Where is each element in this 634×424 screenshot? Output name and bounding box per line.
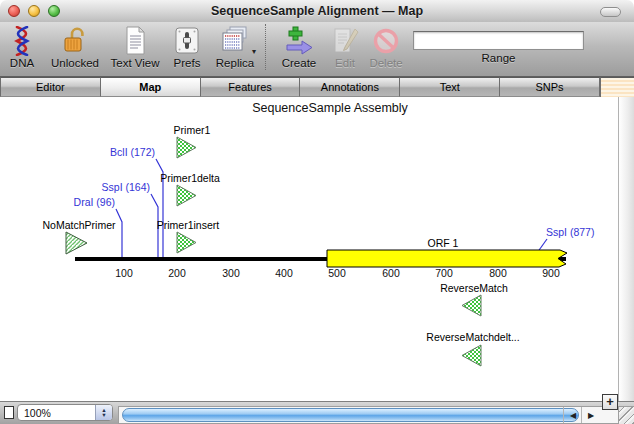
create-label: Create [282, 57, 317, 69]
unlocked-label: Unlocked [51, 57, 99, 69]
prefs-button[interactable]: Prefs [164, 22, 210, 74]
site-label-drai-96[interactable]: DraI (96) [74, 196, 115, 208]
replica-dropdown-arrow-icon[interactable]: ▾ [252, 48, 256, 56]
tick-800: 800 [489, 267, 507, 279]
tab-annotations[interactable]: Annotations [300, 77, 400, 97]
text-view-button[interactable]: Text View [106, 22, 164, 74]
edit-button: Edit [327, 22, 363, 74]
prefs-label: Prefs [174, 57, 201, 69]
range-group: Range [413, 22, 584, 64]
unlocked-padlock-icon [60, 25, 90, 56]
title-bar[interactable]: SequenceSample Alignment — Map [0, 0, 634, 22]
edit-label: Edit [335, 57, 355, 69]
feature-primer1insert-label: Primer1insert [157, 219, 220, 231]
edit-icon [330, 25, 360, 56]
delete-label: Delete [369, 57, 402, 69]
tick-700: 700 [435, 267, 453, 279]
range-label: Range [482, 52, 516, 64]
site-label-sspi-877[interactable]: SspI (877) [546, 226, 594, 238]
feature-nomatchprimer-triangle[interactable] [66, 232, 87, 254]
replica-label: Replica [216, 57, 254, 69]
feature-primer1delta-label: Primer1delta [160, 172, 220, 184]
assembly-title: SequenceSample Assembly [252, 101, 408, 115]
tab-editor[interactable]: Editor [0, 77, 101, 97]
unlocked-button[interactable]: Unlocked [44, 22, 106, 74]
tick-200: 200 [168, 267, 186, 279]
preferences-icon [172, 25, 202, 56]
stepper-arrows-icon[interactable]: ▲▼ [95, 405, 112, 420]
tick-500: 500 [328, 267, 346, 279]
tick-600: 600 [382, 267, 400, 279]
range-input[interactable] [413, 31, 584, 50]
tick-100: 100 [115, 267, 133, 279]
tab-overflow-area [600, 77, 634, 97]
zoom-in-button[interactable]: + [602, 394, 618, 410]
toolbar: DNA Unlocked Text View [0, 22, 634, 77]
window-resize-grip[interactable] [618, 406, 634, 424]
tab-snps[interactable]: SNPs [500, 77, 600, 97]
tab-features[interactable]: Features [201, 77, 301, 97]
window-title: SequenceSample Alignment — Map [0, 4, 634, 18]
feature-primer1-label: Primer1 [174, 124, 211, 136]
dna-label: DNA [10, 57, 34, 69]
zoom-level-value: 100% [18, 407, 95, 419]
delete-prohibition-icon [371, 25, 401, 56]
tick-900: 900 [542, 267, 560, 279]
view-tabs: Editor Map Features Annotations Text SNP… [0, 77, 600, 97]
map-canvas[interactable]: SequenceSample Assembly ORF 1 100 200 30… [0, 97, 618, 401]
feature-orf1-label: ORF 1 [428, 237, 459, 249]
replica-button[interactable]: ▾ Replica [210, 22, 260, 74]
feature-orf1-arrow[interactable] [327, 250, 567, 267]
feature-reversematch-triangle[interactable] [462, 295, 481, 316]
toolbar-separator [265, 24, 266, 70]
vertical-scrollbar[interactable] [618, 97, 634, 401]
site-label-sspi-164[interactable]: SspI (164) [102, 181, 150, 193]
tick-400: 400 [275, 267, 293, 279]
dna-button[interactable]: DNA [0, 22, 44, 74]
feature-reversematchdelta-label: ReverseMatchdelt... [426, 331, 519, 343]
horizontal-scrollbar[interactable]: ◀ ▶ [118, 406, 618, 424]
tick-300: 300 [222, 267, 240, 279]
tab-text[interactable]: Text [400, 77, 500, 97]
feature-primer1-triangle[interactable] [177, 137, 196, 158]
app-window: SequenceSample Alignment — Map DNA Unlo [0, 0, 634, 424]
document-icon [120, 25, 150, 56]
feature-primer1delta-triangle[interactable] [177, 185, 196, 206]
delete-button: Delete [363, 22, 409, 74]
create-icon [284, 25, 314, 56]
page-icon[interactable] [4, 406, 14, 419]
scroll-left-arrow-icon[interactable]: ◀ [563, 407, 582, 423]
zoom-level-popup[interactable]: 100% ▲▼ [17, 404, 113, 421]
dna-icon [7, 25, 37, 56]
feature-reversematch-label: ReverseMatch [440, 282, 508, 294]
toolbar-toggle-button[interactable] [600, 7, 621, 17]
feature-primer1insert-triangle[interactable] [177, 232, 196, 253]
create-button[interactable]: Create [271, 22, 327, 74]
feature-reversematchdelta-triangle[interactable] [462, 345, 481, 366]
tab-map[interactable]: Map [101, 77, 201, 97]
site-label-bcli-172[interactable]: BclI (172) [110, 146, 155, 158]
feature-nomatchprimer-label: NoMatchPrimer [43, 219, 116, 231]
site-line-drai-96 [116, 209, 122, 257]
horizontal-scrollbar-thumb[interactable] [122, 408, 579, 422]
scroll-right-arrow-icon[interactable]: ▶ [581, 407, 600, 423]
text-view-label: Text View [110, 57, 159, 69]
replica-stack-icon: ▾ [220, 25, 250, 56]
